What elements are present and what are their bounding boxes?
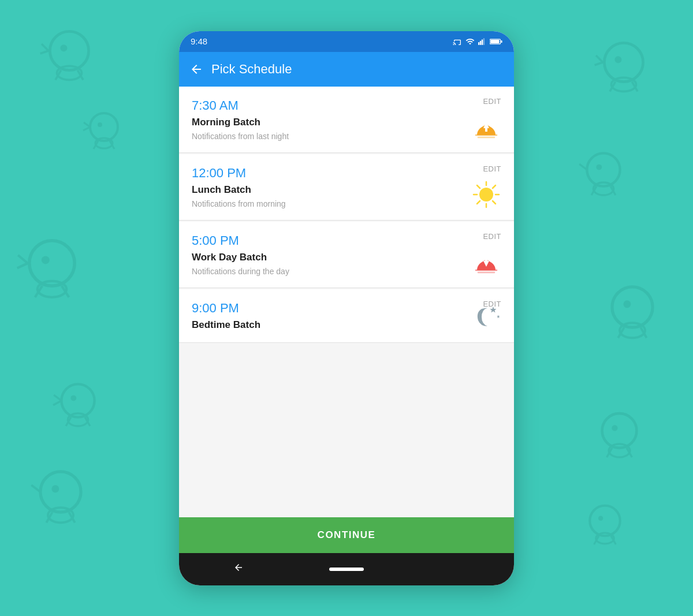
svg-line-9 xyxy=(84,122,90,127)
svg-line-20 xyxy=(62,286,69,297)
svg-rect-63 xyxy=(480,40,481,44)
app-bar: Pick Schedule xyxy=(179,52,514,87)
svg-point-1 xyxy=(60,44,67,51)
svg-point-11 xyxy=(95,138,113,148)
svg-point-4 xyxy=(57,66,81,80)
morning-subtitle: Notifications from last night xyxy=(192,132,501,141)
svg-point-18 xyxy=(38,281,66,297)
svg-point-82 xyxy=(479,188,493,201)
svg-line-50 xyxy=(618,327,624,338)
svg-point-44 xyxy=(593,182,613,195)
morning-time: 7:30 AM xyxy=(192,98,501,113)
svg-point-38 xyxy=(611,77,636,91)
evening-time: 5:00 PM xyxy=(192,233,501,248)
svg-point-8 xyxy=(98,122,102,127)
status-icons xyxy=(453,37,502,46)
schedule-card-lunch[interactable]: 12:00 PM Lunch Batch Notifications from … xyxy=(179,154,514,221)
svg-line-3 xyxy=(40,51,49,54)
svg-line-33 xyxy=(69,512,74,522)
svg-point-47 xyxy=(612,287,653,327)
svg-point-41 xyxy=(587,153,620,186)
svg-line-17 xyxy=(17,263,28,268)
svg-marker-88 xyxy=(490,307,497,313)
svg-line-80 xyxy=(493,185,495,188)
svg-point-42 xyxy=(596,165,602,170)
svg-point-0 xyxy=(50,31,88,70)
svg-line-2 xyxy=(42,44,49,51)
svg-line-26 xyxy=(66,417,71,426)
svg-point-7 xyxy=(90,113,118,141)
morning-icon xyxy=(471,112,501,142)
svg-point-48 xyxy=(623,300,631,308)
content-area: 7:30 AM Morning Batch Notifications from… xyxy=(179,87,514,517)
svg-line-79 xyxy=(493,201,495,204)
svg-line-32 xyxy=(46,512,52,522)
svg-rect-62 xyxy=(478,42,479,45)
evening-icon xyxy=(471,247,501,277)
svg-line-23 xyxy=(54,395,61,401)
svg-line-61 xyxy=(611,536,616,544)
svg-point-52 xyxy=(602,413,637,448)
morning-edit-btn[interactable]: EDIT xyxy=(483,97,501,106)
phone-frame: 9:48 xyxy=(179,31,514,585)
svg-line-55 xyxy=(607,448,612,457)
svg-line-45 xyxy=(591,186,597,195)
evening-title: Work Day Batch xyxy=(192,252,501,263)
continue-label: CONTINUE xyxy=(318,529,376,541)
status-bar: 9:48 xyxy=(179,31,514,52)
night-title: Bedtime Batch xyxy=(192,319,501,331)
svg-line-39 xyxy=(610,82,616,92)
svg-line-81 xyxy=(477,201,480,204)
back-button[interactable] xyxy=(189,62,203,76)
night-icon xyxy=(471,302,501,332)
schedule-card-evening[interactable]: 5:00 PM Work Day Batch Notifications dur… xyxy=(179,222,514,288)
svg-line-10 xyxy=(83,127,90,130)
svg-point-58 xyxy=(598,516,603,521)
svg-marker-89 xyxy=(497,315,500,318)
lunch-icon xyxy=(471,180,501,210)
svg-rect-64 xyxy=(482,39,483,44)
schedule-card-morning[interactable]: 7:30 AM Morning Batch Notifications from… xyxy=(179,87,514,153)
svg-rect-67 xyxy=(501,40,502,42)
svg-line-43 xyxy=(579,164,587,170)
svg-line-27 xyxy=(85,417,90,426)
battery-icon xyxy=(490,38,502,45)
morning-title: Morning Batch xyxy=(192,117,501,128)
svg-point-54 xyxy=(609,444,630,457)
lunch-title: Lunch Batch xyxy=(192,184,501,196)
status-time: 9:48 xyxy=(191,36,207,46)
svg-point-25 xyxy=(68,413,88,426)
svg-line-30 xyxy=(31,485,40,492)
evening-subtitle: Notifications during the day xyxy=(192,267,501,276)
svg-line-19 xyxy=(35,286,43,297)
svg-line-12 xyxy=(94,141,98,149)
svg-rect-87 xyxy=(485,257,487,261)
schedule-card-night[interactable]: 9:00 PM Bedtime Batch EDIT xyxy=(179,289,514,343)
svg-line-51 xyxy=(640,327,646,338)
lunch-edit-btn[interactable]: EDIT xyxy=(483,165,501,173)
svg-line-78 xyxy=(477,185,480,188)
svg-point-57 xyxy=(590,506,620,536)
svg-point-22 xyxy=(70,395,76,401)
nav-back-button[interactable] xyxy=(233,562,244,576)
svg-line-24 xyxy=(53,401,61,405)
app-title: Pick Schedule xyxy=(211,62,292,77)
night-time: 9:00 PM xyxy=(192,301,501,316)
nav-home-indicator[interactable] xyxy=(329,568,364,571)
svg-line-13 xyxy=(110,141,114,149)
svg-line-60 xyxy=(594,536,599,544)
svg-point-31 xyxy=(48,507,73,522)
svg-line-56 xyxy=(627,448,632,457)
lunch-time: 12:00 PM xyxy=(192,166,501,181)
continue-button[interactable]: CONTINUE xyxy=(179,517,514,553)
wifi-icon xyxy=(465,37,475,46)
evening-edit-btn[interactable]: EDIT xyxy=(483,232,501,241)
cast-icon xyxy=(453,37,462,46)
svg-point-28 xyxy=(40,472,81,512)
svg-point-14 xyxy=(29,241,74,286)
svg-line-36 xyxy=(596,55,603,62)
svg-rect-68 xyxy=(490,40,499,43)
svg-point-59 xyxy=(596,533,614,544)
signal-icon xyxy=(478,37,486,46)
svg-point-21 xyxy=(61,384,94,417)
